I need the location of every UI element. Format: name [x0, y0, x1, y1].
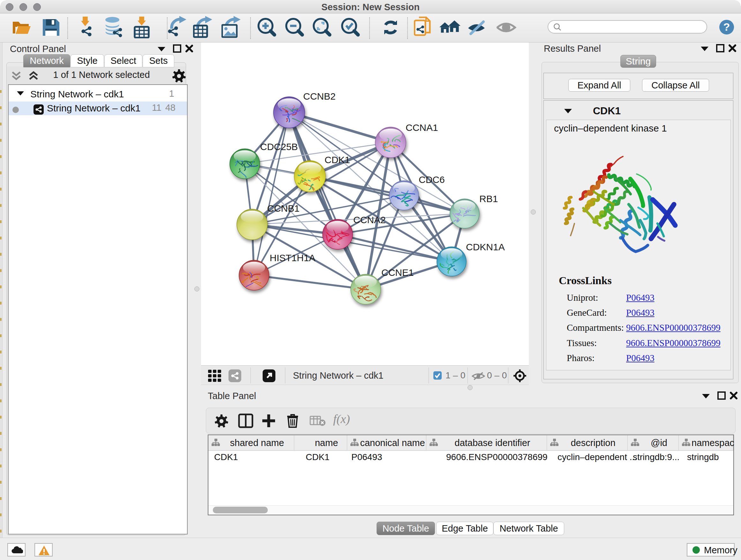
svg-text:RB1: RB1	[479, 193, 498, 204]
svg-text:CCNA2: CCNA2	[353, 214, 386, 225]
svg-text:CCNE1: CCNE1	[381, 267, 414, 278]
svg-text:HIST1H1A: HIST1H1A	[270, 253, 315, 263]
svg-text:CCNB1: CCNB1	[267, 203, 300, 213]
svg-text:CDKN1A: CDKN1A	[466, 242, 505, 252]
svg-text:CDC25B: CDC25B	[260, 141, 298, 152]
svg-text:CCNA1: CCNA1	[406, 122, 438, 133]
svg-text:CDC6: CDC6	[419, 174, 445, 185]
svg-text:?: ?	[724, 21, 730, 33]
svg-text:CCNB2: CCNB2	[303, 91, 336, 102]
svg-text:CDK1: CDK1	[325, 154, 350, 165]
